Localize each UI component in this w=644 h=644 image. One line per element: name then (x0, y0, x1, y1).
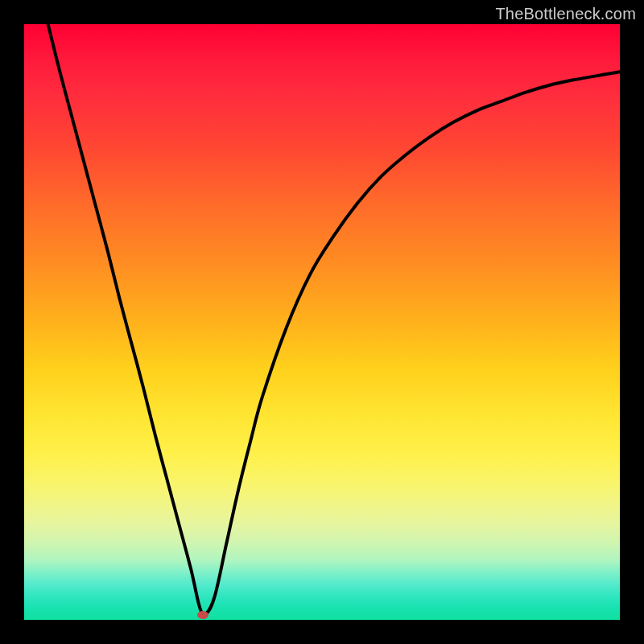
bottleneck-curve (48, 24, 620, 615)
chart-container: TheBottleneck.com (0, 0, 644, 644)
optimal-point-marker (197, 611, 208, 619)
watermark-label: TheBottleneck.com (495, 5, 636, 23)
curve-svg (24, 24, 620, 620)
plot-area (24, 24, 620, 620)
